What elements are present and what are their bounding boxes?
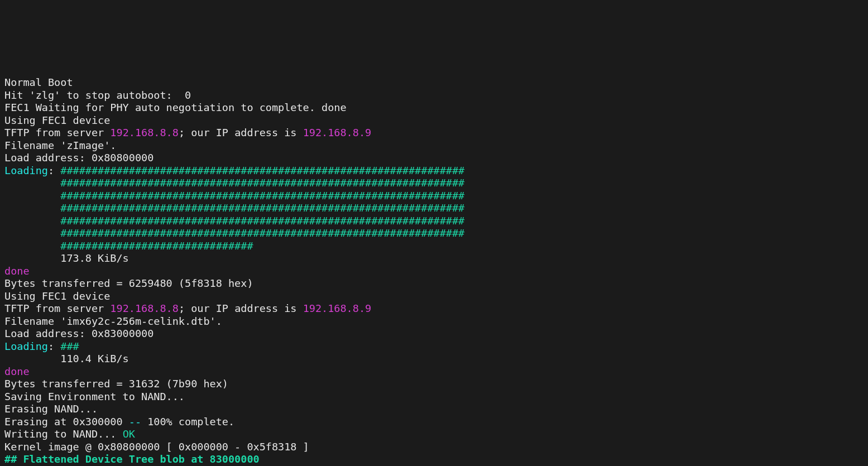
line-done-1: done (4, 265, 30, 277)
progress-hashes-small: ### (60, 340, 79, 352)
line-done-2: done (4, 366, 30, 377)
ip-ours-1: 192.168.8.9 (303, 127, 372, 138)
line-loadaddr-2: Load address: 0x83000000 (4, 328, 154, 339)
line-bytes-2: Bytes transferred = 31632 (7b90 hex) (4, 378, 228, 390)
line-normal-boot: Normal Boot (4, 76, 73, 88)
progress-hashes: ########################################… (4, 190, 464, 201)
terminal-output[interactable]: Normal Boot Hit 'zlg' to stop autoboot: … (0, 0, 860, 466)
line-fdt-blob: ## Flattened Device Tree blob at 8300000… (4, 453, 260, 465)
line-speed-1: 173.8 KiB/s (4, 252, 129, 264)
progress-hashes: ########################################… (4, 227, 464, 239)
line-phy-wait: FEC1 Waiting for PHY auto negotiation to… (4, 102, 347, 113)
line-erasing-at: Erasing at 0x300000 -- 100% complete. (4, 416, 234, 427)
line-using-fec1-2: Using FEC1 device (4, 290, 110, 302)
line-speed-2: 110.4 KiB/s (4, 353, 129, 364)
ip-ours-2: 192.168.8.9 (303, 302, 372, 314)
line-autoboot: Hit 'zlg' to stop autoboot: 0 (4, 89, 191, 101)
progress-hashes: ########################################… (4, 177, 464, 189)
progress-hashes: ############################### (4, 240, 253, 252)
line-writing-nand: Writing to NAND... OK (4, 428, 135, 440)
progress-hashes: ########################################… (4, 215, 464, 227)
line-filename-zimage: Filename 'zImage'. (4, 140, 116, 151)
line-tftp-2: TFTP from server 192.168.8.8; our IP add… (4, 302, 371, 314)
line-filename-dtb: Filename 'imx6y2c-256m-celink.dtb'. (4, 315, 222, 327)
line-loading-2: Loading: ### (4, 340, 79, 352)
status-ok: OK (123, 428, 135, 440)
line-loading-1: Loading: ###############################… (4, 165, 464, 176)
line-saving-env: Saving Environment to NAND... (4, 391, 185, 402)
ip-server-1: 192.168.8.8 (110, 127, 179, 138)
ip-server-2: 192.168.8.8 (110, 302, 179, 314)
line-kernel-image: Kernel image @ 0x80800000 [ 0x000000 - 0… (4, 441, 309, 453)
line-using-fec1: Using FEC1 device (4, 114, 110, 126)
progress-hashes: ########################################… (60, 165, 464, 176)
line-erasing-nand: Erasing NAND... (4, 403, 98, 415)
line-tftp-1: TFTP from server 192.168.8.8; our IP add… (4, 127, 371, 138)
line-loadaddr-1: Load address: 0x80800000 (4, 152, 154, 164)
line-bytes-1: Bytes transferred = 6259480 (5f8318 hex) (4, 277, 253, 289)
progress-hashes: ########################################… (4, 202, 464, 214)
